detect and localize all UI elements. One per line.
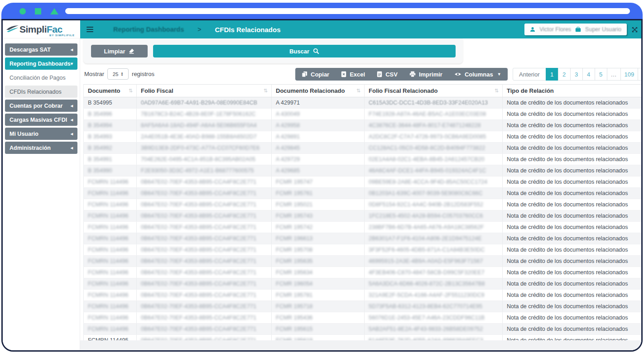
cell-folio-fiscal-relacionado: 46995915-2A3E-4B9A-A0AD-E5F963F71567: [365, 256, 503, 267]
pagination-next[interactable]: Siguiente: [638, 68, 641, 81]
sort-icon: ⇅: [356, 88, 360, 94]
eye-icon: [454, 72, 461, 77]
pagination-page-4[interactable]: 4: [582, 68, 595, 81]
cell-tipo-de-relacion: Nota de crédito de los documentos relaci…: [503, 222, 642, 233]
cell-documento-relacionado: A 429729: [272, 154, 365, 165]
logo-tagline: BY SIMPLIFILE: [49, 34, 75, 37]
cell-documento: B 354993: [84, 131, 137, 143]
address-bar[interactable]: [65, 8, 630, 14]
cell-documento-relacionado: FCMR 195615: [272, 324, 365, 335]
cfdi-table: Documento⇅ Folio Fiscal⇅ Documento Relac…: [83, 84, 641, 340]
excel-button[interactable]: Excel: [341, 71, 365, 78]
cell-folio-fiscal: 0B647E02-70EF-4353-8B95-CCA4F8C2E771: [137, 267, 272, 278]
cell-documento-relacionado: A 429958: [272, 120, 365, 131]
user-menu[interactable]: Victor Flores Super Usuario: [524, 24, 627, 35]
clear-button[interactable]: Limpiar: [91, 45, 148, 57]
cell-folio-fiscal-relacionado: 238BF7B6-6D7B-4A65-A676-A9A18C38562F: [365, 222, 503, 233]
cell-tipo-de-relacion: Nota de crédito de los documentos relaci…: [503, 335, 642, 341]
cell-folio-fiscal: 0B647E02-70EF-4353-8B95-CCA4F8C2E771: [137, 256, 272, 267]
sidebar-item-descargas-sat[interactable]: Descargas SAT◂: [5, 43, 77, 56]
chevron-left-icon: ◂: [71, 47, 73, 52]
page-size-select[interactable]: 25 ▲▼: [107, 68, 129, 80]
pagination-page-1[interactable]: 1: [546, 68, 558, 81]
columns-button[interactable]: Columnas ▼: [454, 71, 501, 78]
fullscreen-icon[interactable]: [631, 26, 638, 33]
window-controls: [19, 8, 58, 14]
cell-folio-fiscal-relacionado: 0D8F5154-92C1-4A4C-940B-2B12D583F552: [365, 199, 503, 210]
user-role: Super Usuario: [585, 26, 621, 33]
table-row: FCMRN 1144960B647E02-70EF-4353-8B95-CCA4…: [84, 210, 642, 222]
cell-tipo-de-relacion: Nota de crédito de los documentos relaci…: [503, 199, 642, 210]
pagination-prev[interactable]: Anterior: [513, 68, 546, 81]
copy-icon: [302, 71, 308, 77]
sidebar-item-administracion[interactable]: Administración◂: [5, 142, 77, 154]
sidebar-item-mi-usuario[interactable]: Mi Usuario◂: [5, 128, 77, 140]
table-row: FCMRN 1144950B647E02-70EF-4353-8B95-CCA4…: [84, 335, 642, 341]
cell-folio-fiscal: 8AF5A6A4-18AD-494F-A6A4-5E06B655F0A4: [137, 120, 272, 131]
cell-documento-relacionado: FCMR 195635: [272, 256, 365, 267]
cell-folio-fiscal-relacionado: 56076D1E-2453-45E7-A46A-23CDDF96C11B: [365, 312, 503, 324]
pagination-page-2[interactable]: 2: [558, 68, 571, 81]
pagination-page-5[interactable]: 5: [595, 68, 607, 81]
cell-documento: FCMRN 114496: [84, 244, 137, 256]
cell-tipo-de-relacion: Nota de crédito de los documentos relaci…: [503, 120, 642, 131]
cell-documento: FCMRN 114496: [84, 278, 137, 290]
pagination-pages: 12345…109: [546, 68, 639, 81]
logo[interactable]: SimpliFac BY SIMPLIFILE: [3, 20, 80, 38]
chevron-left-icon: ◂: [71, 103, 73, 108]
search-button[interactable]: Buscar: [153, 45, 456, 57]
csv-button[interactable]: CSV: [377, 71, 398, 78]
sort-icon: ⇅: [129, 88, 133, 94]
cell-tipo-de-relacion: Nota de crédito de los documentos relaci…: [503, 165, 642, 176]
cell-documento: FCMRN 114495: [84, 335, 137, 341]
sort-icon: ⇅: [264, 88, 268, 94]
cell-documento: FCMRN 114496: [84, 233, 137, 244]
header-folio-fiscal[interactable]: Folio Fiscal⇅: [137, 85, 272, 97]
cell-folio-fiscal-relacionado: F74E1928-A87A-46AE-B5AC-A1E03EC03E08: [365, 109, 503, 120]
pagination-page-109[interactable]: 109: [620, 68, 639, 81]
header-documento-relacionado[interactable]: Documento Relacionado⇅: [272, 85, 365, 97]
header-documento[interactable]: Documento⇅: [84, 85, 137, 97]
table-controls-row: Mostrar 25 ▲▼ registros: [83, 67, 641, 81]
sidebar-item-reporting-dashboards[interactable]: Reporting Dashboards▾: [5, 57, 77, 70]
cell-documento-relacionado: A 429971: [272, 97, 365, 109]
cell-documento-relacionado: FCMR 195718: [272, 301, 365, 312]
table-row: FCMRN 1144960B647E02-70EF-4353-8B95-CCA4…: [84, 290, 642, 301]
breadcrumb-parent[interactable]: Reporting Dashboards: [113, 26, 184, 33]
browser-mockup: SimpliFac BY SIMPLIFILE Reporting Dashbo…: [0, 0, 644, 353]
cell-tipo-de-relacion: Nota de crédito de los documentos relaci…: [503, 256, 642, 267]
cell-documento: B 354994: [84, 120, 137, 131]
chevron-down-icon: ▼: [497, 72, 501, 76]
print-button[interactable]: Imprimir: [409, 71, 442, 78]
cell-documento: B 354996: [84, 109, 137, 120]
cell-documento-relacionado: FCMR 195021: [272, 199, 365, 210]
briefcase-icon: [575, 27, 581, 32]
cell-folio-fiscal-relacionado: 321A9E2F-5CDA-4166-A4AF-2F5511230DC9: [365, 290, 503, 301]
header-tipo-de-relacion: Tipo de Relación: [503, 85, 642, 97]
sidebar-item-cfdis-relacionados[interactable]: CFDIs Relacionados: [5, 86, 77, 98]
table-row: B 354990F2E93050-3D3C-4972-A1E1-B6877760…: [84, 165, 642, 176]
cell-tipo-de-relacion: Nota de crédito de los documentos relaci…: [503, 267, 642, 278]
sidebar-item-conciliacion-de-pagos[interactable]: Conciliación de Pagos: [5, 72, 77, 84]
top-navbar: Reporting Dashboards > CFDIs Relacionado…: [80, 20, 641, 38]
sidebar-item-cargas-masivas-cfdi[interactable]: Cargas Masivas CFDI◂: [5, 114, 77, 126]
table-row: FCMRN 1144960B647E02-70EF-4353-8B95-CCA4…: [84, 199, 642, 210]
cell-folio-fiscal-relacionado: 46A6C4AF-DCE1-44FA-B945-019324AC4F1C: [365, 165, 503, 176]
cell-folio-fiscal-relacionado: 61A6F53E-762D-4055-A24A-896639A8FEC3: [365, 335, 503, 341]
content-footer-strip: [80, 340, 641, 350]
cell-folio-fiscal: F2E93050-3D3C-4972-A1E1-B68777600575: [137, 165, 272, 176]
cell-tipo-de-relacion: Nota de crédito de los documentos relaci…: [503, 290, 642, 301]
cfdi-table-container: Documento⇅ Folio Fiscal⇅ Documento Relac…: [83, 84, 641, 340]
cell-documento-relacionado: FCMR 196613: [272, 233, 365, 244]
sidebar-item-cuentas-por-cobrar[interactable]: Cuentas por Cobrar◂: [5, 100, 77, 112]
table-row: FCMRN 1144960B647E02-70EF-4353-8B95-CCA4…: [84, 256, 642, 267]
header-folio-fiscal-relacionado[interactable]: Folio Fiscal Relacionado⇅: [365, 85, 503, 97]
cell-tipo-de-relacion: Nota de crédito de los documentos relaci…: [503, 233, 642, 244]
breadcrumb-current: CFDIs Relacionados: [215, 26, 280, 33]
copy-button[interactable]: Copiar: [302, 71, 329, 78]
pagination-page-3[interactable]: 3: [570, 68, 583, 81]
cell-folio-fiscal-relacionado: C615A3DC-DCC1-4D3B-8ED3-33F24E020A13: [365, 97, 503, 109]
page-size-control: Mostrar 25 ▲▼ registros: [84, 68, 154, 80]
cell-folio-fiscal: 0B647E02-70EF-4353-8B95-CCA4F8C2E771: [137, 278, 272, 290]
hamburger-icon[interactable]: [87, 27, 93, 32]
